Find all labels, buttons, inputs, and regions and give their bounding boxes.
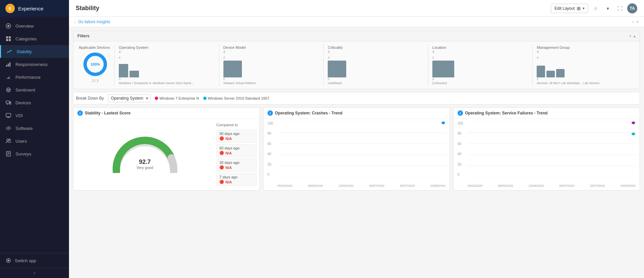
criticality-bar-labels: Undefined [328,81,425,85]
sidebar-item-surveys[interactable]: Surveys [0,147,69,160]
device-model-bar-area [223,60,321,77]
sidebar-item-responsiveness[interactable]: Responsiveness [0,58,69,71]
topbar: Stability Edit Layout ⊞ ▾ ☆ ▾ ⛶ TA [69,0,644,17]
comparison-period-7: 7 days ago [219,175,254,179]
performance-icon [5,74,11,80]
filters-controls: × ▴ [629,34,636,38]
filter-management-group[interactable]: Management Group 4 4 0 Devices All Win7 … [534,44,637,86]
warning-icon-60: 🔴 [219,151,224,155]
x-label-2-crashes: 08/06/2020 [308,184,323,187]
filter-count-mgmt: 4 [537,50,634,54]
sidebar-item-sentiment[interactable]: Sentiment [0,83,69,96]
service-failures-card-header: i Operating System: Service Failures - T… [454,108,640,119]
breadcrumb-expand-icon[interactable]: › [632,20,634,24]
filters-collapse-icon[interactable]: ▴ [634,34,636,38]
svg-rect-6 [6,65,7,67]
sidebar-item-performance[interactable]: Performance [0,71,69,83]
comparison-value-7: 🔴 N/A [219,180,254,184]
donut-sub: 3 / 3 [79,79,112,83]
switch-app[interactable]: Switch app [0,253,69,268]
filters-panel: Filters × ▴ Applicable Devices 100% [73,31,640,89]
breadcrumb-prev-icon[interactable]: ‹ [74,20,75,24]
overview-icon [5,23,11,29]
edit-layout-button[interactable]: Edit Layout ⊞ ▾ [551,4,588,13]
svg-point-44 [632,121,635,124]
crashes-card-header: i Operating System: Crashes - Trend [263,108,450,119]
sidebar-nav: Overview Categories Stability Responsive… [0,17,69,253]
legend-label-1: Windows 7 Enterprise N [159,96,199,100]
filter-label-device-model: Device Model [223,45,321,49]
breadcrumb-close-icon[interactable]: × [636,20,639,24]
donut-percent: 100% [91,62,100,66]
svg-rect-16 [10,102,11,104]
gauge-score: 92.7 [137,159,153,166]
users-icon [5,138,11,144]
sidebar-item-devices[interactable]: Devices [0,96,69,109]
sidebar-header: E Experience [0,0,69,17]
sidebar-item-software[interactable]: Software [0,122,69,135]
app-title: Experience [18,6,43,11]
stability-score-card-header: i Stability - Lastest Score [73,108,259,119]
gauge-center-text: 92.7 Very good [137,159,153,170]
sidebar-item-label-vdi: VDI [15,113,23,118]
location-bar-area [432,60,530,77]
app-logo: E [5,4,15,13]
y-label-60-service: 60 [458,142,466,146]
sidebar-collapse-btn[interactable]: ‹ [0,268,69,278]
gauge-area: 92.7 Very good [76,121,214,187]
sidebar-item-label-users: Users [15,139,27,144]
breadcrumb-text: Os failure insights [78,20,110,24]
filter-device-model[interactable]: Device Model 4 4 0 VMware Virtual Platfo… [221,44,324,86]
stability-score-body: 92.7 Very good Compared to 90 days ago 🔴 [73,119,259,190]
y-label-20-crashes: 20 [267,163,276,166]
filter-location[interactable]: Location 4 4 0 (Unknown) [430,44,533,86]
dropdown-button[interactable]: ▾ [603,4,612,13]
breakdown-row: Break Down By Operating System Device Mo… [73,92,640,105]
x-label-4-crashes: 06/07/2020 [369,184,384,187]
na-badge-60: N/A [225,151,232,155]
software-icon [5,125,11,131]
sidebar-item-vdi[interactable]: VDI [0,109,69,122]
svg-rect-4 [6,39,8,41]
legend-dot-1 [155,97,158,100]
x-label-2-service: 08/06/2020 [498,184,513,187]
mgmt-bar-3 [556,69,565,77]
sidebar-item-categories[interactable]: Categories [0,32,69,45]
comparison-item-30: 30 days ago 🔴 N/A [216,159,257,172]
svg-rect-2 [6,36,8,38]
os-bar-area [119,60,216,77]
expand-button[interactable]: ⛶ [615,4,624,13]
user-avatar[interactable]: TA [627,3,637,13]
filter-operating-system[interactable]: Operating System 4 4 0 Windows 7 Enterpr… [116,44,219,86]
comparison-item-60: 60 days ago 🔴 N/A [216,144,257,157]
y-label-20-service: 20 [458,163,466,166]
comparison-period-30: 30 days ago [219,161,254,165]
svg-point-37 [441,121,445,124]
warning-icon-90: 🔴 [219,136,224,141]
favorite-button[interactable]: ☆ [591,4,600,13]
sidebar-item-users[interactable]: Users [0,135,69,147]
filters-close-icon[interactable]: × [629,34,632,38]
svg-point-12 [9,89,9,90]
filter-criticality[interactable]: Criticality 4 4 0 Undefined [325,44,428,86]
y-label-80-service: 80 [458,132,466,135]
sidebar-item-overview[interactable]: Overview [0,20,69,32]
sidebar-item-label-stability: Stability [16,49,32,54]
y-label-40-crashes: 40 [267,152,276,156]
mgmt-bar-2 [546,71,555,77]
switch-app-label: Switch app [15,258,36,263]
legend-dot-2 [203,97,207,100]
page-title: Stability [76,5,99,12]
filter-label-applicable-devices: Applicable Devices [79,45,112,49]
sidebar-item-label-categories: Categories [15,36,37,41]
info-icon-crashes: i [267,110,273,116]
breakdown-select[interactable]: Operating System Device Model Criticalit… [108,94,151,102]
dropdown-icon: ▾ [583,6,584,10]
sidebar-item-stability[interactable]: Stability [0,45,69,58]
os-bar-labels: Windows 7 Enterprise N Windows Server 20… [119,81,216,85]
filters-header: Filters × ▴ [73,31,640,41]
warning-icon-7: 🔴 [219,180,224,184]
gauge-label: Very good [137,166,153,170]
warning-icon-30: 🔴 [219,165,224,170]
user-initials: TA [630,6,635,11]
